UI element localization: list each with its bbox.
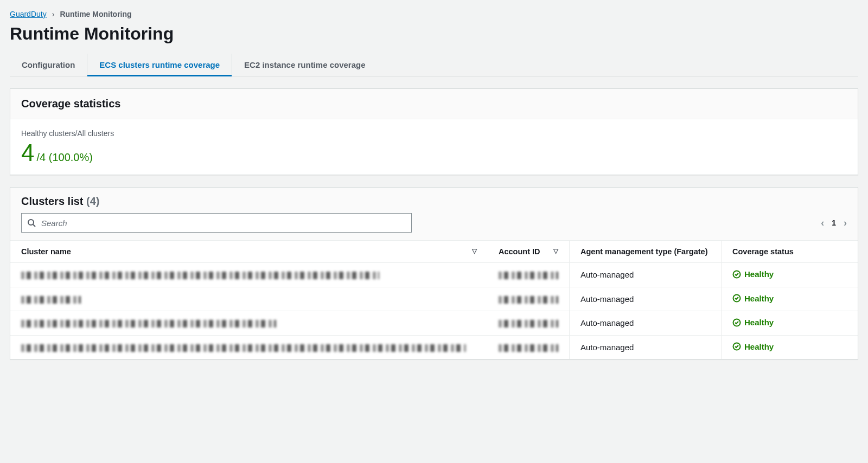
check-circle-icon xyxy=(732,294,741,303)
agent-management-type: Auto-managed xyxy=(570,287,722,311)
pager-next-button[interactable]: › xyxy=(844,217,847,229)
coverage-total-suffix: /4 (100.0%) xyxy=(36,151,92,164)
pager: ‹ 1 › xyxy=(821,217,847,229)
coverage-healthy-count: 4 xyxy=(21,141,34,165)
account-id-redacted xyxy=(499,296,558,304)
column-header-cluster-name[interactable]: Cluster name ▽ xyxy=(10,241,488,263)
pager-prev-button[interactable]: ‹ xyxy=(821,217,824,229)
clusters-list-title: Clusters list xyxy=(21,195,83,207)
status-badge: Healthy xyxy=(732,294,774,303)
account-id-redacted xyxy=(499,320,558,327)
search-input[interactable] xyxy=(40,218,406,228)
svg-point-0 xyxy=(28,220,34,225)
coverage-stat-value: 4 /4 (100.0%) xyxy=(21,141,847,165)
filter-icon[interactable]: ▽ xyxy=(553,247,558,255)
column-header-coverage-status[interactable]: Coverage status xyxy=(722,241,858,263)
filter-icon[interactable]: ▽ xyxy=(472,247,477,255)
cluster-name-redacted xyxy=(21,344,466,352)
coverage-statistics-heading: Coverage statistics xyxy=(21,98,847,110)
page-title: Runtime Monitoring xyxy=(10,24,858,44)
table-row: Auto-managedHealthy xyxy=(10,263,858,287)
column-header-agent-management-type[interactable]: Agent management type (Fargate) xyxy=(570,241,722,263)
tab-configuration[interactable]: Configuration xyxy=(10,54,87,76)
tabs: Configuration ECS clusters runtime cover… xyxy=(10,54,858,76)
status-badge: Healthy xyxy=(732,318,774,327)
account-id-redacted xyxy=(499,344,558,352)
cluster-name-redacted xyxy=(21,320,276,327)
table-row: Auto-managedHealthy xyxy=(10,335,858,359)
agent-management-type: Auto-managed xyxy=(570,335,722,359)
agent-management-type: Auto-managed xyxy=(570,263,722,287)
svg-line-1 xyxy=(33,224,35,227)
agent-management-type: Auto-managed xyxy=(570,311,722,336)
coverage-stat-label: Healthy clusters/All clusters xyxy=(21,129,847,138)
tab-ec2-instance-runtime-coverage[interactable]: EC2 instance runtime coverage xyxy=(232,54,377,76)
breadcrumb: GuardDuty › Runtime Monitoring xyxy=(10,10,858,18)
pager-current-page: 1 xyxy=(832,218,836,227)
cluster-name-redacted xyxy=(21,296,81,304)
tab-ecs-clusters-runtime-coverage[interactable]: ECS clusters runtime coverage xyxy=(87,54,232,76)
table-row: Auto-managedHealthy xyxy=(10,311,858,336)
breadcrumb-root-link[interactable]: GuardDuty xyxy=(10,10,47,18)
clusters-list-panel: Clusters list (4) ‹ 1 › xyxy=(10,187,858,359)
check-circle-icon xyxy=(732,270,741,279)
search-icon xyxy=(27,218,36,227)
column-header-account-id[interactable]: Account ID ▽ xyxy=(488,241,570,263)
chevron-right-icon: › xyxy=(52,10,55,18)
clusters-table: Cluster name ▽ Account ID ▽ Agent manage… xyxy=(10,241,858,359)
status-badge: Healthy xyxy=(732,342,774,351)
account-id-redacted xyxy=(499,272,558,279)
clusters-list-count: (4) xyxy=(86,195,99,207)
breadcrumb-current: Runtime Monitoring xyxy=(60,10,131,18)
coverage-statistics-panel: Coverage statistics Healthy clusters/All… xyxy=(10,88,858,175)
check-circle-icon xyxy=(732,318,741,327)
check-circle-icon xyxy=(732,342,741,351)
table-row: Auto-managedHealthy xyxy=(10,287,858,311)
search-box[interactable] xyxy=(21,213,412,233)
cluster-name-redacted xyxy=(21,272,379,279)
status-badge: Healthy xyxy=(732,269,774,279)
